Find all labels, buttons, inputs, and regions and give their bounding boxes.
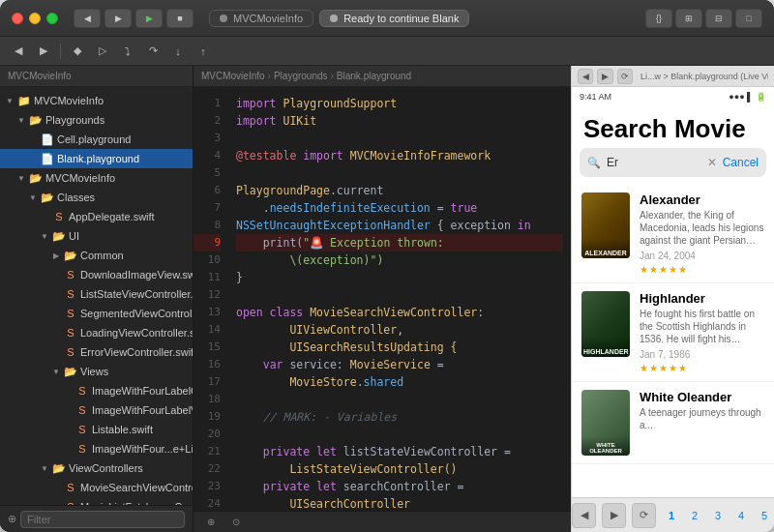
sidebar-item-imageview[interactable]: ▶ S ImageWithFourLabelView.swift <box>0 400 193 420</box>
line-3: 3 <box>194 130 221 147</box>
step-btn[interactable]: ⤵ <box>117 41 138 62</box>
sidebar-item-mvcmovieinfo-root[interactable]: ▼ 📁 MVCMovieInfo <box>0 91 193 110</box>
run-button[interactable]: ▶ <box>135 9 163 28</box>
sidebar-item-movielistvc[interactable]: ▶ S MovieListFetche...wController.swift <box>0 497 193 505</box>
sidebar-item-ui[interactable]: ▼ 📂 UI <box>0 226 193 246</box>
minimize-button[interactable] <box>29 13 41 24</box>
line-24: 24 <box>194 495 221 511</box>
fwd-nav-btn[interactable]: ▶ <box>33 41 54 62</box>
filter-btn[interactable]: ⊙ <box>226 515 246 530</box>
sidebar-item-moviesearchvc[interactable]: ▶ S MovieSearchViewController.swift <box>0 478 193 497</box>
fwd-page-btn[interactable]: ▶ <box>602 503 626 528</box>
movie-title: Highlander <box>640 291 764 306</box>
layout-btn[interactable]: ⊞ <box>675 9 702 28</box>
line-2: 2 <box>194 112 221 130</box>
step-in-btn[interactable]: ↓ <box>167 41 189 62</box>
code-editor[interactable]: import PlaygroundSupport import UIKit @t… <box>228 87 571 511</box>
sidebar-item-listable[interactable]: ▶ S Listable.swift <box>0 420 193 439</box>
preview-refresh-btn[interactable]: ⟳ <box>617 69 633 84</box>
sidebar-item-mvcmovieinfo-folder[interactable]: ▼ 📂 MVCMovieInfo <box>0 168 193 188</box>
breakpoint-btn[interactable]: ◆ <box>67 41 88 62</box>
split-btn[interactable]: ⊟ <box>705 9 732 28</box>
page-4[interactable]: 4 <box>731 506 751 525</box>
tab-label: MVCMovieInfo <box>233 13 303 24</box>
editor-breadcrumb: MVCMovieInfo › Playgrounds › Blank.playg… <box>194 66 571 87</box>
sidebar-item-appdelegate[interactable]: ▶ S AppDelegate.swift <box>0 207 193 226</box>
search-clear-btn[interactable]: ✕ <box>707 156 717 169</box>
preview-breadcrumb: Li...w > Blank.playground (Live View) <box>640 72 768 81</box>
close-button[interactable] <box>12 13 23 24</box>
movie-item-alexander[interactable]: ALEXANDER Alexander Alexander, the King … <box>572 185 774 283</box>
folder-icon: 📂 <box>41 191 54 204</box>
expand-arrow: ▶ <box>50 346 62 358</box>
status-bar: 9:41 AM ●●● ▌ 🔋 <box>572 87 774 106</box>
page-5[interactable]: 5 <box>755 506 774 525</box>
movie-item-oleander[interactable]: WHITE OLEANDER White Oleander A teenager… <box>572 382 774 464</box>
maximize-button[interactable] <box>46 13 58 24</box>
sidebar-item-views[interactable]: ▼ 📂 Views <box>0 362 193 381</box>
sidebar-item-viewcontrollers[interactable]: ▼ 📂 ViewControllers <box>0 458 193 478</box>
expand-arrow: ▼ <box>15 172 27 184</box>
sidebar-item-downloadimageview[interactable]: ▶ S DownloadImageView.swift <box>0 265 193 284</box>
sidebar-item-playgrounds[interactable]: ▼ 📂 Playgrounds <box>0 110 193 130</box>
sidebar-item-errorvc[interactable]: ▶ S ErrorViewController.swift <box>0 342 193 362</box>
code-view-btn[interactable]: {} <box>645 9 672 28</box>
code-line-16: var service: MovieService = <box>236 356 563 373</box>
sidebar-item-segmentedvc[interactable]: ▶ S SegmentedViewController.swift <box>0 304 193 323</box>
forward-button[interactable]: ▶ <box>104 9 132 28</box>
swift-icon: S <box>64 326 77 340</box>
item-label: ListStateViewController.swift <box>80 288 193 300</box>
file-tree[interactable]: ▼ 📁 MVCMovieInfo ▼ 📂 Playgrounds ▶ 📄 Cel… <box>0 87 193 505</box>
search-bar[interactable]: 🔍 Er ✕ Cancel <box>580 148 766 177</box>
sidebar-item-imagecelll[interactable]: ▶ S ImageWithFourLabelCell.swift <box>0 381 193 400</box>
expand-arrow: ▼ <box>15 114 27 126</box>
preview-fwd-btn[interactable]: ▶ <box>597 69 612 84</box>
breadcrumb-playgrounds: Playgrounds <box>274 71 328 81</box>
reload-btn[interactable]: ⟳ <box>632 503 656 528</box>
code-line-22: ListStateViewController() <box>236 460 563 478</box>
item-label: AppDelegate.swift <box>69 211 155 222</box>
expand-arrow: ▶ <box>27 133 39 145</box>
tab-mvcmovieinfo[interactable]: MVCMovieInfo <box>209 10 313 27</box>
sidebar-item-liststatevc[interactable]: ▶ S ListStateViewController.swift <box>0 284 193 304</box>
line-17: 17 <box>194 373 221 391</box>
swift-icon: S <box>75 423 89 436</box>
file-icon: 📄 <box>41 152 54 165</box>
code-line-3 <box>236 130 563 147</box>
back-button[interactable]: ◀ <box>74 9 101 28</box>
tab-ready[interactable]: Ready to continue Blank <box>319 10 469 27</box>
step-over-btn[interactable]: ↷ <box>142 41 164 62</box>
var-btn[interactable]: ⊕ <box>201 515 221 530</box>
back-page-btn[interactable]: ◀ <box>572 503 596 528</box>
play-btn[interactable]: ▷ <box>92 41 113 62</box>
cancel-button[interactable]: Cancel <box>723 156 759 169</box>
sidebar-item-blank-playground[interactable]: ▶ 📄 Blank.playground <box>0 149 193 168</box>
file-icon: 📄 <box>41 133 54 146</box>
code-line-4: @testable import MVCMovieInfoFramework <box>236 147 563 164</box>
page-2[interactable]: 2 <box>685 506 704 525</box>
sidebar-item-cell-playground[interactable]: ▶ 📄 Cell.playground <box>0 130 193 149</box>
sidebar-item-common[interactable]: ▶ 📂 Common <box>0 246 193 265</box>
sidebar-item-classes[interactable]: ▼ 📂 Classes <box>0 188 193 207</box>
line-6: 6 <box>194 182 221 199</box>
expand-arrow: ▼ <box>27 192 39 203</box>
sidebar-item-imagepluslistable[interactable]: ▶ S ImageWithFour...e+Listable.swift <box>0 439 193 458</box>
step-out-btn[interactable]: ↑ <box>193 41 214 62</box>
movie-item-highlander[interactable]: HIGHLANDER Highlander He fought his firs… <box>572 283 774 382</box>
sidebar-item-loadingvc[interactable]: ▶ S LoadingViewController.swift <box>0 323 193 342</box>
code-line-21: private let listStateViewController = <box>236 443 563 460</box>
back-nav-btn[interactable]: ◀ <box>8 41 29 62</box>
page-3[interactable]: 3 <box>708 506 728 525</box>
line-18: 18 <box>194 391 221 408</box>
item-label: MVCMovieInfo <box>34 95 104 106</box>
expand-arrow: ▶ <box>39 211 50 222</box>
panel-btn[interactable]: □ <box>735 9 762 28</box>
code-line-6: PlaygroundPage.current <box>236 182 563 199</box>
filter-input[interactable] <box>20 511 185 528</box>
preview-navigation: ◀ ▶ ⟳ 1 2 3 4 5 <box>572 497 774 532</box>
page-1[interactable]: 1 <box>662 506 681 525</box>
code-line-7: .needsIndefiniteExecution = true <box>236 199 563 217</box>
preview-back-btn[interactable]: ◀ <box>578 69 593 84</box>
stop-button[interactable]: ■ <box>166 9 194 28</box>
item-label: SegmentedViewController.swift <box>80 308 193 319</box>
